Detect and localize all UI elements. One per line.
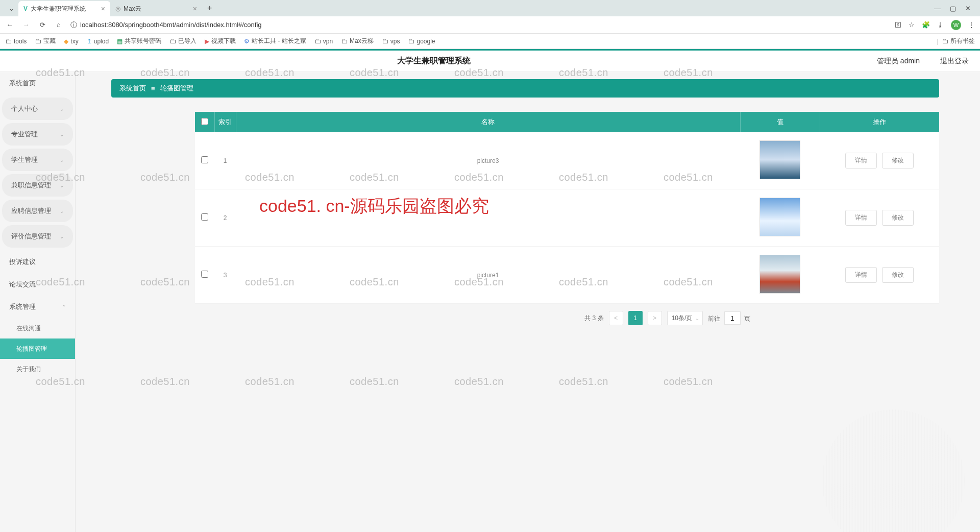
row-checkbox[interactable] (201, 156, 208, 163)
breadcrumb-home[interactable]: 系统首页 (119, 84, 146, 93)
chevron-up-icon: ⌃ (62, 304, 66, 310)
bookmark-item[interactable]: tools (5, 37, 27, 45)
sidebar-item-student[interactable]: 学生管理⌄ (2, 149, 73, 171)
goto-page: 前往 页 (708, 311, 750, 325)
thumbnail-image (760, 255, 800, 294)
thumbnail-image (760, 198, 800, 236)
forward-icon[interactable]: → (21, 21, 31, 29)
row-checkbox[interactable] (201, 213, 208, 221)
tab-title: Max云 (124, 5, 141, 13)
bookmark-item[interactable]: ▦共享账号密码 (117, 37, 161, 45)
favicon: ◎ (115, 5, 120, 12)
goto-page-input[interactable] (724, 311, 741, 325)
site-info-icon[interactable]: ⓘ (70, 20, 77, 30)
all-bookmarks[interactable]: 所有书签 (942, 37, 975, 45)
close-icon[interactable]: × (193, 5, 197, 13)
col-name: 名称 (236, 112, 740, 132)
extensions-icon[interactable]: 🧩 (922, 21, 930, 29)
browser-tab[interactable]: ◎ Max云 × (110, 1, 202, 16)
back-icon[interactable]: ← (5, 21, 14, 29)
bookmark-item[interactable]: vps (382, 37, 400, 45)
sidebar-item-review[interactable]: 评价信息管理⌄ (2, 225, 73, 248)
col-checkbox (195, 112, 214, 132)
breadcrumb-current: 轮播图管理 (160, 84, 193, 93)
logout-link[interactable]: 退出登录 (929, 57, 980, 66)
sidebar-item-forum[interactable]: 论坛交流 (0, 273, 75, 296)
edit-button[interactable]: 修改 (882, 153, 914, 168)
sidebar-sub-chat[interactable]: 在线沟通 (0, 318, 75, 338)
bookmark-item[interactable]: ▶视频下载 (205, 37, 236, 45)
col-index: 索引 (214, 112, 236, 132)
sidebar-item-home[interactable]: 系统首页 (0, 72, 75, 94)
url-input[interactable] (80, 21, 888, 29)
page-size-select[interactable]: 10条/页 ⌄ (667, 311, 703, 325)
chevron-down-icon: ⌄ (60, 157, 64, 163)
menu-icon[interactable]: ⋮ (968, 21, 975, 29)
breadcrumb-sep-icon: ≡ (151, 85, 155, 92)
downloads-icon[interactable]: ⭳ (937, 21, 944, 29)
sidebar-item-apply[interactable]: 应聘信息管理⌄ (2, 200, 73, 222)
close-window-icon[interactable]: ✕ (965, 5, 971, 12)
app-header: 大学生兼职管理系统 管理员 admin 退出登录 (0, 51, 980, 72)
bookmark-item[interactable]: ⚙站长工具 - 站长之家 (244, 37, 306, 45)
page-number-button[interactable]: 1 (628, 311, 643, 325)
chevron-down-icon: ⌄ (695, 316, 699, 321)
bookmark-item[interactable]: google (408, 37, 435, 45)
chevron-down-icon: ⌄ (60, 183, 64, 188)
bookmark-item[interactable]: 已导入 (169, 37, 197, 45)
sidebar-sub-about[interactable]: 关于我们 (0, 359, 75, 379)
reload-icon[interactable]: ⟳ (38, 21, 47, 29)
detail-button[interactable]: 详情 (845, 267, 877, 283)
bookmarks-bar: tools 宝藏 ◆txy ↥uplod ▦共享账号密码 已导入 ▶视频下载 ⚙… (0, 34, 980, 49)
sidebar-item-major[interactable]: 专业管理⌄ (2, 123, 73, 146)
bookmark-item[interactable]: Max云梯 (341, 37, 374, 45)
bookmark-star-icon[interactable]: ☆ (909, 21, 915, 29)
tab-title: 大学生兼职管理系统 (31, 5, 86, 13)
col-value: 值 (740, 112, 820, 132)
col-ops: 操作 (820, 112, 939, 132)
select-all-checkbox[interactable] (201, 118, 208, 125)
home-icon[interactable]: ⌂ (54, 21, 63, 29)
url-field[interactable]: ⓘ (70, 20, 888, 30)
tabs-dropdown[interactable]: ⌄ (4, 5, 18, 12)
browser-tab-active[interactable]: V 大学生兼职管理系统 × (18, 1, 110, 16)
password-icon[interactable]: ⚿ (895, 21, 901, 29)
sidebar-sub-carousel[interactable]: 轮播图管理 (0, 338, 75, 359)
cell-name: picture1 (236, 247, 740, 304)
cell-index: 2 (214, 189, 236, 247)
prev-page-button[interactable]: < (609, 311, 623, 325)
address-bar: ← → ⟳ ⌂ ⓘ ⚿ ☆ 🧩 ⭳ W ⋮ (0, 16, 980, 34)
chevron-down-icon: ⌄ (60, 234, 64, 239)
next-page-button[interactable]: > (648, 311, 662, 325)
bookmark-item[interactable]: 宝藏 (35, 37, 56, 45)
edit-button[interactable]: 修改 (882, 267, 914, 283)
close-icon[interactable]: × (101, 5, 105, 13)
current-user[interactable]: 管理员 admin (868, 57, 929, 66)
new-tab-button[interactable]: + (202, 4, 217, 13)
favicon: V (23, 5, 28, 12)
sidebar-item-complaint[interactable]: 投诉建议 (0, 251, 75, 273)
sidebar-item-system[interactable]: 系统管理⌃ (0, 296, 75, 318)
bookmark-item[interactable]: ◆txy (64, 38, 78, 45)
maximize-icon[interactable]: ▢ (950, 5, 956, 12)
sidebar: 系统首页 个人中心⌄ 专业管理⌄ 学生管理⌄ 兼职信息管理⌄ 应聘信息管理⌄ 评… (0, 72, 76, 532)
window-controls: — ▢ ✕ (934, 5, 976, 12)
detail-button[interactable]: 详情 (845, 153, 877, 168)
detail-button[interactable]: 详情 (845, 210, 877, 226)
chevron-down-icon: ⌄ (60, 208, 64, 214)
table-row: 3 picture1 详情 修改 (195, 247, 939, 304)
content-area: 系统首页 ≡ 轮播图管理 索引 名称 值 操作 (76, 72, 980, 532)
chevron-down-icon: ⌄ (60, 106, 64, 112)
main-area: code51.cncode51.cncode51.cncode51.cncode… (0, 72, 980, 532)
minimize-icon[interactable]: — (934, 5, 941, 12)
chevron-down-icon: ⌄ (60, 132, 64, 137)
profile-avatar[interactable]: W (951, 20, 961, 30)
row-checkbox[interactable] (201, 271, 208, 278)
edit-button[interactable]: 修改 (882, 210, 914, 226)
bookmark-item[interactable]: ↥uplod (87, 38, 109, 45)
sidebar-item-jobinfo[interactable]: 兼职信息管理⌄ (2, 174, 73, 197)
pagination-total: 共 3 条 (584, 314, 603, 323)
bookmark-item[interactable]: vpn (314, 37, 333, 45)
sidebar-item-profile[interactable]: 个人中心⌄ (2, 98, 73, 120)
cell-index: 3 (214, 247, 236, 304)
